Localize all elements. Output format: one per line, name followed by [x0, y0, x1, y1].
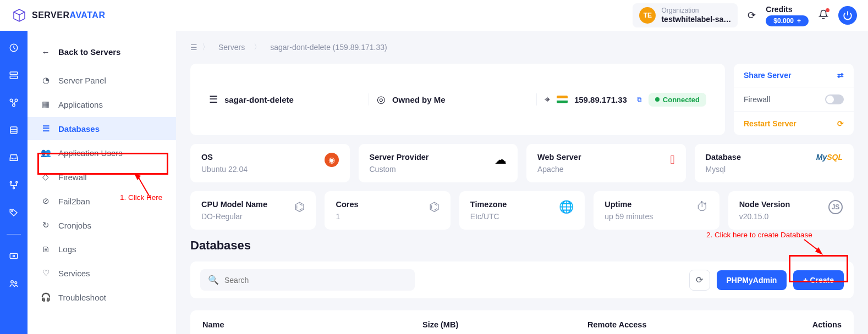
share-server-button[interactable]: Share Server ⇄ — [734, 64, 854, 87]
credits-pill[interactable]: $0.000+ — [766, 15, 809, 26]
org-avatar: TE — [639, 7, 656, 24]
nodejs-icon: JS — [828, 200, 843, 214]
team-icon[interactable] — [8, 277, 20, 290]
back-to-servers[interactable]: ← Back to Servers — [28, 41, 176, 63]
header-right: TE Organization testwhitelabel-sa… ⟳ Cre… — [633, 3, 857, 27]
billing-icon[interactable] — [8, 250, 20, 262]
back-label: Back to Servers — [58, 47, 120, 57]
power-button[interactable] — [838, 6, 857, 25]
credits-block[interactable]: Credits $0.000+ — [766, 5, 809, 26]
servers-icon[interactable] — [8, 69, 20, 81]
headset-icon: 🎧 — [41, 292, 51, 302]
svg-rect-1 — [10, 72, 18, 75]
owned-by: Owned by Me — [392, 95, 446, 104]
plus-icon: + — [803, 276, 810, 285]
apache-icon: 𓆃 — [670, 153, 674, 167]
server-actions-card: Share Server ⇄ Firewall Restart Server ⟳ — [734, 64, 854, 135]
grid-icon: ▦ — [41, 99, 51, 109]
ban-icon: ⊘ — [41, 196, 51, 206]
sidebar-item-label: Firewall — [58, 172, 87, 182]
info-provider: Server ProviderCustom ☁ — [359, 144, 518, 182]
sidebar-item-applications[interactable]: ▦ Applications — [28, 93, 176, 116]
svg-point-7 — [10, 181, 12, 183]
sidebar-item-databases[interactable]: ☰ Databases — [28, 117, 176, 140]
svg-point-12 — [13, 255, 15, 257]
sidebar-item-label: Application Users — [58, 148, 123, 158]
th-remote: Remote Access — [587, 320, 763, 329]
sidebar-item-label: Fail2ban — [58, 197, 90, 206]
restart-server-button[interactable]: Restart Server ⟳ — [734, 112, 854, 135]
sidebar-item-firewall[interactable]: ◇ Firewall — [28, 165, 176, 188]
credits-label: Credits — [766, 5, 792, 14]
network-icon[interactable] — [8, 179, 20, 191]
sidebar-item-app-users[interactable]: 👥 Application Users — [28, 141, 176, 164]
org-label: Organization — [661, 7, 731, 14]
search-icon: 🔍 — [208, 275, 219, 285]
th-actions: Actions — [763, 320, 842, 329]
server-ip: 159.89.171.33 — [574, 95, 627, 104]
server-name: sagar-dont-delete — [224, 95, 294, 104]
sidebar-item-label: Applications — [58, 100, 103, 109]
inbox-icon[interactable] — [8, 152, 20, 164]
stopwatch-icon: ⏱ — [696, 200, 708, 214]
copy-icon[interactable]: ⧉ — [637, 96, 642, 103]
svg-point-5 — [13, 104, 15, 107]
status-badge: Connected — [649, 93, 706, 107]
notifications-button[interactable] — [818, 9, 828, 22]
plus-icon: + — [797, 17, 801, 25]
svg-rect-11 — [10, 254, 18, 259]
cluster-icon[interactable] — [8, 97, 20, 109]
search-input[interactable] — [224, 276, 407, 285]
org-value: testwhitelabel-sa… — [661, 15, 731, 24]
refresh-icon[interactable]: ⟳ — [748, 9, 756, 21]
tag-icon[interactable] — [8, 207, 20, 219]
sidebar-item-label: Cronjobs — [58, 221, 91, 230]
sidebar-item-label: Databases — [58, 124, 100, 133]
info-uptime: Uptimeup 59 minutes ⏱ — [594, 191, 719, 230]
heartbeat-icon: ♡ — [41, 268, 51, 278]
rail-divider — [7, 234, 21, 235]
search-input-wrap[interactable]: 🔍 — [200, 269, 415, 291]
flag-india-icon — [557, 96, 568, 103]
svg-point-9 — [13, 187, 15, 189]
main-content: ☰ 〉 Servers 〉 sagar-dont-delete (159.89.… — [176, 31, 868, 334]
svg-point-14 — [15, 282, 17, 284]
toggle-off-icon[interactable] — [825, 94, 844, 104]
ubuntu-icon: ◉ — [325, 153, 339, 167]
sidebar-item-troubleshoot[interactable]: 🎧 Troubleshoot — [28, 286, 176, 309]
file-icon: 🗎 — [41, 244, 51, 254]
share-icon: ⇄ — [837, 71, 844, 80]
annotation-arrow-2 — [803, 238, 823, 255]
dashboard-icon[interactable] — [8, 42, 20, 54]
notification-dot-icon — [826, 8, 829, 12]
info-timezone: TimezoneEtc/UTC 🌐 — [459, 191, 585, 230]
logo-cube-icon — [11, 7, 28, 24]
server-icon: ☰ — [209, 93, 218, 105]
chevron-right-icon: 〉 — [202, 42, 210, 52]
create-database-button[interactable]: + Create — [793, 270, 844, 290]
info-webserver: Web ServerApache 𓆃 — [526, 144, 686, 182]
globe-icon: 🌐 — [559, 200, 574, 214]
svg-rect-2 — [10, 76, 18, 79]
breadcrumb-home-icon[interactable]: ☰ — [190, 43, 197, 52]
sidebar-item-label: Services — [58, 269, 90, 278]
organization-selector[interactable]: TE Organization testwhitelabel-sa… — [633, 3, 738, 27]
reload-button[interactable]: ⟳ — [689, 270, 710, 291]
sidebar: ← Back to Servers ◔ Server Panel ▦ Appli… — [28, 31, 176, 334]
sidebar-item-logs[interactable]: 🗎 Logs — [28, 238, 176, 260]
sidebar-item-label: Logs — [58, 244, 76, 254]
firewall-toggle-row[interactable]: Firewall — [734, 87, 854, 112]
info-os: OSUbuntu 22.04 ◉ — [190, 144, 350, 182]
phpmyadmin-button[interactable]: PHPMyAdmin — [717, 270, 787, 290]
database-icon: ☰ — [41, 124, 51, 133]
brand-logo[interactable]: SERVERAVATAR — [11, 7, 105, 24]
breadcrumb-current: sagar-dont-delete (159.89.171.33) — [266, 41, 391, 54]
databases-toolbar: 🔍 ⟳ PHPMyAdmin + Create — [190, 261, 854, 298]
sidebar-item-label: Server Panel — [58, 76, 106, 85]
breadcrumb-servers[interactable]: Servers — [214, 41, 249, 54]
sidebar-item-cronjobs[interactable]: ↻ Cronjobs — [28, 214, 176, 237]
list-icon[interactable] — [8, 124, 20, 136]
sidebar-item-services[interactable]: ♡ Services — [28, 261, 176, 285]
section-title: Databases — [190, 238, 854, 253]
sidebar-item-server-panel[interactable]: ◔ Server Panel — [28, 69, 176, 92]
